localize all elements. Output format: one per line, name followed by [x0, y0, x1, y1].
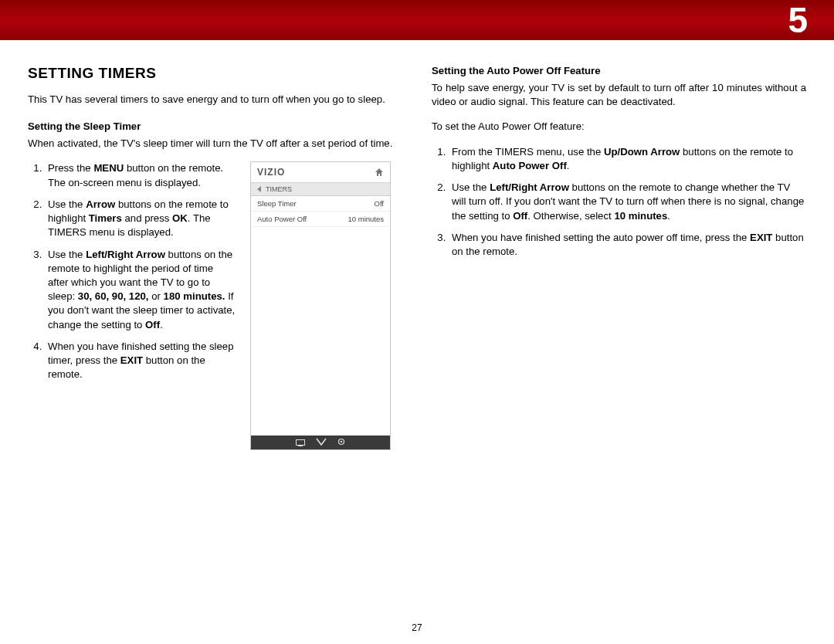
subheading-auto-power-off: Setting the Auto Power Off Feature: [432, 65, 806, 76]
step-3: Use the Left/Right Arrow buttons on the …: [45, 248, 236, 332]
sleep-timer-steps: Press the MENU button on the remote. The…: [28, 161, 236, 389]
menu-row-auto-power-off: Auto Power Off 10 minutes: [251, 212, 390, 227]
back-triangle-icon: [257, 186, 261, 192]
sleep-timer-body: When activated, the TV's sleep timer wil…: [28, 137, 402, 151]
svg-point-1: [341, 441, 342, 442]
manual-page: 5 SETTING TIMERS This TV has several tim…: [0, 0, 834, 644]
menu-value: Off: [375, 199, 385, 208]
breadcrumb-label: TIMERS: [266, 185, 292, 193]
apo-step-1: From the TIMERS menu, use the Up/Down Ar…: [449, 145, 806, 173]
chapter-header-bar: 5: [0, 0, 834, 40]
section-heading: SETTING TIMERS: [28, 65, 402, 82]
two-column-layout: SETTING TIMERS This TV has several timer…: [0, 40, 834, 450]
menu-rows: Sleep Timer Off Auto Power Off 10 minute…: [251, 196, 390, 227]
vizio-header: VIZIO: [251, 162, 390, 183]
menu-row-sleep-timer: Sleep Timer Off: [251, 196, 390, 212]
timers-menu-screenshot: VIZIO TIMERS Sleep Timer Off: [250, 161, 391, 450]
menu-label: Auto Power Off: [257, 215, 307, 223]
apo-step-2: Use the Left/Right Arrow buttons on the …: [449, 181, 806, 223]
v-icon: [316, 438, 327, 447]
home-icon: [375, 168, 384, 177]
step-1: Press the MENU button on the remote. The…: [45, 161, 236, 189]
chapter-number: 5: [788, 0, 808, 40]
auto-power-off-lead: To set the Auto Power Off feature:: [432, 120, 806, 134]
left-column: SETTING TIMERS This TV has several timer…: [28, 65, 402, 450]
right-column: Setting the Auto Power Off Feature To he…: [432, 65, 806, 450]
menu-value: 10 minutes: [348, 215, 384, 223]
breadcrumb: TIMERS: [251, 183, 390, 196]
vizio-logo: VIZIO: [257, 167, 285, 178]
gear-icon: [337, 438, 345, 447]
auto-power-off-steps: From the TIMERS menu, use the Up/Down Ar…: [432, 145, 806, 259]
auto-power-off-intro: To help save energy, your TV is set by d…: [432, 81, 806, 109]
apo-step-3: When you have finished setting the auto …: [449, 231, 806, 259]
steps-and-screenshot: Press the MENU button on the remote. The…: [28, 161, 402, 450]
page-number: 27: [0, 622, 834, 633]
step-2: Use the Arrow buttons on the remote to h…: [45, 198, 236, 240]
menu-label: Sleep Timer: [257, 199, 297, 208]
subheading-sleep-timer: Setting the Sleep Timer: [28, 120, 402, 132]
vizio-footer: [251, 436, 390, 449]
menu-empty-area: [251, 227, 390, 436]
wide-icon: [296, 439, 305, 446]
intro-paragraph: This TV has several timers to save energ…: [28, 93, 402, 107]
step-4: When you have finished setting the sleep…: [45, 340, 236, 382]
